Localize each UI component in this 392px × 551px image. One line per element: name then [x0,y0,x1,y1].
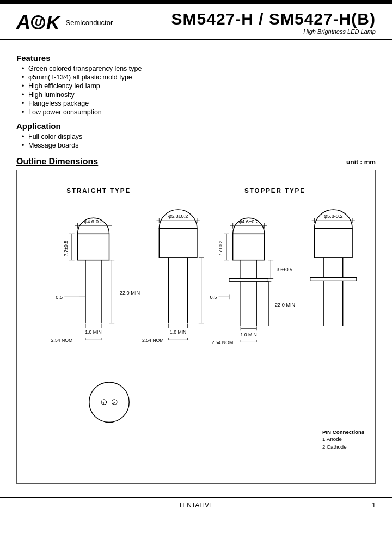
list-item: Flangeless package [22,100,376,107]
footer-page: 1 [372,501,376,509]
logo-auk: A U K [16,11,59,34]
list-item: High luminosity [22,91,376,99]
product-title: SM5427-H / SM5427-H(B) [171,10,376,28]
header: A U K Semiconductor SM5427-H / SM5427-H(… [0,4,392,40]
product-subtitle: High Brightness LED Lamp [171,28,376,35]
outline-title: Outline Dimensions [16,157,98,167]
svg-rect-2 [78,234,109,260]
svg-rect-79 [315,229,353,258]
svg-rect-47 [229,279,268,282]
svg-text:1.0 MIN: 1.0 MIN [240,332,256,338]
svg-text:2.54 NOM: 2.54 NOM [51,338,73,343]
svg-text:1: 1 [102,401,105,406]
list-item: Full color displays [22,133,376,140]
features-title: Features [16,53,376,63]
logo-area: A U K Semiconductor [16,11,113,34]
features-list: Green colored transparency lens type φ5m… [16,65,376,116]
svg-rect-46 [233,234,265,260]
list-item: Message boards [22,142,376,149]
header-title-area: SM5427-H / SM5427-H(B) High Brightness L… [171,10,376,35]
svg-rect-80 [310,278,357,281]
svg-text:2.Cathode: 2.Cathode [322,444,347,450]
svg-text:22.0 MIN: 22.0 MIN [120,290,140,296]
footer: TENTATIVE 1 [0,497,392,512]
svg-text:7.7±0.2: 7.7±0.2 [218,241,223,256]
svg-text:3.6±0.5: 3.6±0.5 [277,267,292,272]
logo-letter-k: K [46,12,59,33]
diagram-box: STRAIGHT TYPE STOPPER TYPE φ4.6-0.2 7.7±… [16,170,376,484]
list-item: Green colored transparency lens type [22,65,376,72]
svg-text:7.7±0.5: 7.7±0.5 [63,241,69,256]
svg-text:2.54 NOM: 2.54 NOM [142,338,164,343]
unit-label: unit : mm [346,158,376,166]
svg-text:1.Anode: 1.Anode [322,436,342,442]
application-title: Application [16,121,376,131]
svg-text:STRAIGHT   TYPE: STRAIGHT TYPE [66,187,131,194]
list-item: Low power consumption [22,108,376,116]
svg-text:22.0 MIN: 22.0 MIN [275,302,295,308]
logo-circle: U [31,15,45,29]
list-item: High efficiency led lamp [22,82,376,90]
semiconductor-label: Semiconductor [66,19,113,27]
svg-text:0.5: 0.5 [56,295,63,300]
svg-point-92 [89,382,129,422]
svg-text:φ5.8-0.2: φ5.8-0.2 [324,213,343,219]
logo-letter-a: A [16,11,30,34]
svg-text:φ5.8±0.2: φ5.8±0.2 [168,213,188,219]
svg-text:φ4.6-0.2: φ4.6-0.2 [84,219,103,224]
svg-text:STOPPER   TYPE: STOPPER TYPE [244,187,305,194]
svg-text:φ4.6+0.2: φ4.6+0.2 [238,219,259,224]
outline-header: Outline Dimensions unit : mm [16,157,376,167]
list-item: φ5mm(T-13⁄4) all plastic mold type [22,74,376,81]
top-border [0,0,392,4]
svg-rect-28 [159,229,197,258]
svg-text:1.0 MIN: 1.0 MIN [85,329,101,335]
footer-status: TENTATIVE [179,501,213,509]
content: Features Green colored transparency lens… [0,40,392,492]
svg-text:2: 2 [113,401,115,406]
svg-text:2.54 NOM: 2.54 NOM [212,340,234,345]
led-diagram: STRAIGHT TYPE STOPPER TYPE φ4.6-0.2 7.7±… [22,176,370,476]
svg-text:1.0 MIN: 1.0 MIN [170,329,186,335]
svg-text:0.5: 0.5 [210,295,217,300]
application-list: Full color displays Message boards [16,133,376,149]
svg-text:PIN Connections: PIN Connections [322,429,364,435]
